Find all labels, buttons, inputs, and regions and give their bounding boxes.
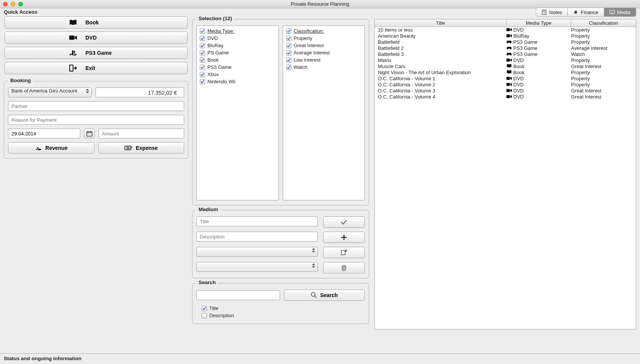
calendar-button[interactable]: [84, 129, 95, 138]
book-button[interactable]: Book: [5, 16, 188, 29]
cell-classification: Great Interest: [570, 94, 634, 100]
table-row[interactable]: O.C. California - Volume 4DVDGreat Inter…: [375, 94, 636, 100]
dvd-button[interactable]: DVD: [5, 32, 188, 44]
delete-button[interactable]: [323, 262, 365, 273]
media-type-checkbox[interactable]: [200, 72, 205, 77]
classification-list: Classification: PropertyGreat InterestAv…: [283, 25, 365, 200]
medium-select-1[interactable]: [196, 247, 318, 257]
media-type-checkbox[interactable]: [200, 65, 205, 70]
amount-field[interactable]: [99, 129, 184, 138]
account-value: Bank of America Giro Account: [11, 88, 77, 94]
tab-finance[interactable]: Finance: [568, 8, 604, 16]
classification-checkbox[interactable]: [286, 57, 291, 63]
search-title-checkbox[interactable]: [202, 306, 207, 311]
media-type-item: Nintendo Wii: [197, 78, 279, 85]
classification-checkbox[interactable]: [286, 65, 291, 70]
media-type-checkbox[interactable]: [200, 50, 205, 56]
maximize-window-icon[interactable]: [18, 2, 23, 6]
media-type-icon: [506, 58, 512, 62]
media-type-icon: [506, 95, 512, 99]
classification-label: Average Interest: [294, 50, 330, 56]
media-type-checkbox[interactable]: [200, 57, 205, 63]
cell-title: American Beauty: [376, 33, 505, 39]
table-row[interactable]: American BeautyBluRayProperty: [375, 33, 636, 39]
media-type-checkbox[interactable]: [200, 43, 205, 48]
media-type-item: Book: [197, 56, 279, 64]
search-desc-checkbox[interactable]: [202, 313, 207, 318]
classification-all-checkbox[interactable]: [286, 29, 291, 34]
table-row[interactable]: O.C. California - Volume 2DVDProperty: [375, 82, 636, 88]
dvd-label: DVD: [86, 35, 124, 41]
cell-type: DVD: [505, 94, 570, 100]
calendar-icon: [86, 130, 92, 137]
exit-button[interactable]: Exit: [5, 62, 188, 74]
search-button[interactable]: Search: [284, 289, 365, 301]
col-title[interactable]: Title: [375, 19, 506, 27]
media-type-icon: [506, 46, 512, 50]
balance-display: 17.352,02 €: [96, 87, 184, 97]
monitor-icon: [610, 10, 615, 15]
table-row[interactable]: Battlefield 2PS3 GameAverage Interest: [375, 45, 636, 51]
media-type-icon: [506, 28, 512, 32]
table-row[interactable]: MatrixDVDProperty: [375, 57, 636, 64]
cell-classification: Property: [570, 33, 634, 39]
selection-group: Selection (12) Media Type: DVDBluRayPS G…: [192, 19, 369, 205]
media-type-label: Xbox: [207, 72, 219, 77]
table-row[interactable]: O.C. California - Volume 1DVDProperty: [375, 76, 636, 82]
media-type-label: PS3 Game: [207, 64, 232, 70]
svg-rect-7: [125, 146, 131, 150]
confirm-button[interactable]: [323, 216, 365, 228]
camera-icon: [69, 35, 77, 41]
col-media-type[interactable]: Media Type: [506, 19, 571, 27]
medium-title-field[interactable]: [196, 216, 318, 226]
media-type-all-checkbox[interactable]: [200, 29, 205, 34]
svg-rect-23: [506, 77, 510, 80]
table-row[interactable]: Muscle CarsBookGreat Interest: [375, 64, 636, 70]
booking-legend: Booking: [8, 78, 33, 83]
ps3-label: PS3 Game: [86, 50, 124, 56]
booking-group: Booking Bank of America Giro Account 17.…: [4, 81, 188, 159]
svg-rect-0: [69, 36, 74, 40]
cell-title: O.C. California - Volume 1: [376, 76, 505, 82]
expense-button[interactable]: Expense: [98, 142, 185, 154]
classification-checkbox[interactable]: [286, 43, 291, 48]
ps3-button[interactable]: PS3 Game: [5, 47, 188, 59]
edit-note-icon: [341, 250, 347, 256]
table-row[interactable]: Battlefield 3PS3 GameWatch: [375, 51, 636, 57]
svg-point-18: [311, 292, 315, 296]
reason-field[interactable]: [8, 115, 184, 125]
book-icon: [69, 19, 77, 26]
col-classification[interactable]: Classification: [571, 19, 636, 27]
media-type-item: DVD: [197, 35, 279, 42]
search-icon: [311, 292, 317, 298]
cell-type: DVD: [505, 76, 570, 82]
table-row[interactable]: BattlefieldPS3 GameProperty: [375, 39, 636, 45]
partner-field[interactable]: [8, 101, 184, 111]
tab-media[interactable]: Media: [604, 8, 636, 16]
classification-checkbox[interactable]: [286, 36, 291, 41]
classification-checkbox[interactable]: [286, 50, 291, 56]
media-type-checkbox[interactable]: [200, 79, 205, 84]
revenue-button[interactable]: Revenue: [8, 142, 94, 154]
medium-select-2[interactable]: [196, 262, 318, 272]
account-select[interactable]: Bank of America Giro Account: [8, 87, 92, 97]
media-type-checkbox[interactable]: [200, 36, 205, 41]
table-row[interactable]: Night Vision - The Art of Urban Explorat…: [375, 70, 636, 76]
cell-title: Battlefield 3: [376, 51, 505, 57]
date-field[interactable]: [8, 129, 80, 138]
add-button[interactable]: [323, 232, 365, 243]
edit-button[interactable]: [323, 247, 365, 258]
table-row[interactable]: O.C. California - Volume 3DVDGreat Inter…: [375, 88, 636, 94]
media-type-item: PS3 Game: [197, 64, 279, 71]
close-window-icon[interactable]: [3, 2, 8, 6]
medium-legend: Medium: [196, 207, 220, 212]
tab-notes[interactable]: Notes: [536, 8, 568, 16]
trash-icon: [341, 265, 347, 271]
search-input[interactable]: [196, 290, 280, 300]
table-row[interactable]: 10 Items or lessDVDProperty: [375, 27, 636, 33]
selection-legend: Selection (12): [196, 16, 234, 21]
minimize-window-icon[interactable]: [11, 2, 15, 6]
medium-desc-field[interactable]: [196, 232, 318, 242]
media-type-header: Media Type:: [207, 28, 234, 34]
svg-rect-2: [87, 132, 92, 136]
